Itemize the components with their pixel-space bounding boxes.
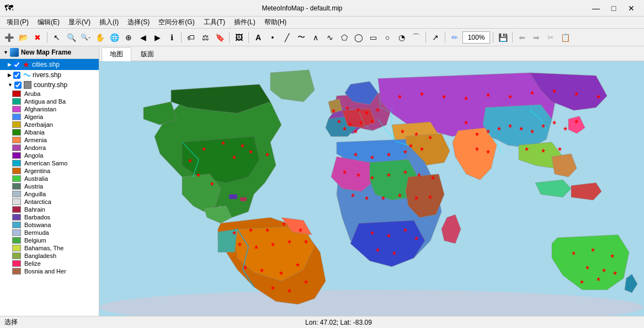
pen-button[interactable]: ✏ — [448, 31, 461, 44]
svg-text:★: ★ — [281, 221, 286, 227]
country-name-label: Andorra — [24, 144, 46, 151]
country-checkbox[interactable] — [14, 82, 22, 89]
svg-text:★: ★ — [243, 265, 248, 271]
world-map-svg: ★ ★ ★ ★ ★ ★ ★ ★ ★ ★ ★ ★ ★ ★ ★ — [99, 61, 644, 316]
country-list-item: Belgium — [0, 236, 99, 244]
zoom-full-button[interactable]: ⊕ — [122, 31, 135, 44]
text-button[interactable]: A — [252, 31, 265, 44]
svg-text:★: ★ — [563, 126, 568, 132]
menu-insert[interactable]: 插入(I) — [95, 17, 123, 28]
smooth-button[interactable]: ∿ — [323, 31, 337, 44]
line-button[interactable]: ╱ — [280, 31, 294, 44]
image-button[interactable]: 🖼 — [232, 31, 246, 44]
close-file-button[interactable]: ✖ — [31, 31, 44, 44]
expand-country[interactable]: ▼ — [8, 82, 13, 88]
polyline-button[interactable]: ∧ — [309, 31, 322, 44]
cities-checkbox[interactable] — [13, 61, 20, 68]
svg-text:★: ★ — [414, 235, 419, 241]
svg-text:★: ★ — [602, 267, 606, 273]
country-color-swatch — [12, 260, 21, 267]
country-name-label: Bahrain — [24, 206, 45, 213]
svg-text:★: ★ — [557, 146, 562, 152]
undo-button[interactable]: ⬅ — [515, 31, 529, 44]
left-panel: ▼ New Map Frame ▶ ★ cities.shp ▶ rivers.… — [0, 46, 99, 316]
country-name-label: American Samo — [24, 160, 67, 166]
country-name-label: Antarctica — [24, 198, 51, 205]
svg-text:★: ★ — [408, 143, 413, 149]
polygon-button[interactable]: ⬠ — [338, 31, 351, 44]
zoom-in-button[interactable]: 🔍 — [65, 31, 78, 44]
cities-label: cities.shp — [32, 61, 60, 68]
svg-text:★: ★ — [519, 126, 524, 132]
zoom-prev-button[interactable]: ◀ — [136, 31, 150, 44]
ellipse-button[interactable]: ◯ — [352, 31, 365, 44]
country-list-item: Anguilla — [0, 190, 99, 198]
rivers-checkbox[interactable] — [13, 72, 20, 79]
country-color-swatch — [12, 198, 21, 205]
country-list-item: Antigua and Ba — [0, 98, 99, 105]
svg-text:★: ★ — [232, 230, 237, 236]
svg-text:★: ★ — [254, 244, 259, 250]
svg-text:★: ★ — [596, 94, 601, 100]
menu-help[interactable]: 帮助(H) — [260, 17, 291, 28]
tag-button[interactable]: 🔖 — [213, 31, 226, 44]
country-list-item: Belize — [0, 260, 99, 267]
country-name-label: Belize — [24, 260, 41, 267]
close-button[interactable]: ✕ — [623, 3, 640, 14]
menu-spatial[interactable]: 空间分析(G) — [154, 17, 199, 28]
pan-button[interactable]: ✋ — [93, 31, 107, 44]
country-layer-item[interactable]: ▼ country.shp — [0, 80, 99, 90]
dot-button[interactable]: • — [266, 31, 279, 44]
country-name-label: Antigua and Ba — [24, 98, 66, 105]
menu-plugins[interactable]: 插件(L) — [230, 17, 260, 28]
maximize-button[interactable]: □ — [605, 3, 622, 14]
sep3 — [229, 32, 230, 43]
copy-button[interactable]: 📋 — [558, 31, 572, 44]
wedge-button[interactable]: ◔ — [395, 31, 408, 44]
rect-button[interactable]: ▭ — [366, 31, 380, 44]
arrow-button[interactable]: ↗ — [429, 31, 442, 44]
expand-rivers[interactable]: ▶ — [8, 72, 12, 78]
save-button[interactable]: 💾 — [496, 31, 509, 44]
svg-text:★: ★ — [381, 195, 386, 201]
zoom-next-button[interactable]: ▶ — [151, 31, 164, 44]
minimize-button[interactable]: — — [588, 3, 604, 14]
country-color-swatch — [12, 229, 21, 236]
country-list-item: Armenia — [0, 136, 99, 144]
redo-button[interactable]: ➡ — [530, 31, 543, 44]
globe-button[interactable]: 🌐 — [108, 31, 121, 44]
curve-button[interactable]: 〜 — [295, 31, 308, 44]
open-button[interactable]: 📂 — [17, 31, 30, 44]
svg-text:★: ★ — [364, 195, 369, 201]
menu-tools[interactable]: 工具(T) — [199, 17, 230, 28]
circle-button[interactable]: ○ — [381, 31, 394, 44]
rivers-layer-item[interactable]: ▶ rivers.shp — [0, 70, 99, 80]
svg-text:★: ★ — [508, 123, 513, 129]
svg-text:★: ★ — [221, 140, 226, 146]
scale-button[interactable]: ⚖ — [199, 31, 212, 44]
menu-edit[interactable]: 编辑(E) — [33, 17, 64, 28]
menu-view[interactable]: 显示(V) — [64, 17, 95, 28]
select-button[interactable]: ↖ — [50, 31, 63, 44]
info-button[interactable]: ℹ — [165, 31, 178, 44]
zoom-input[interactable] — [462, 31, 490, 44]
cut-button[interactable]: ✂ — [544, 31, 557, 44]
tab-map[interactable]: 地图 — [102, 47, 131, 61]
map-canvas[interactable]: ★ ★ ★ ★ ★ ★ ★ ★ ★ ★ ★ ★ ★ ★ ★ — [99, 61, 644, 316]
country-list-item: Azerbaijan — [0, 121, 99, 128]
expand-cities[interactable]: ▶ — [8, 62, 12, 67]
tab-layout[interactable]: 版面 — [132, 47, 162, 61]
menu-select[interactable]: 选择(S) — [123, 17, 154, 28]
menu-project[interactable]: 项目(P) — [2, 17, 33, 28]
zoom-out-button[interactable]: 🔍- — [79, 31, 92, 44]
cities-layer-item[interactable]: ▶ ★ cities.shp — [0, 59, 99, 70]
new-button[interactable]: ➕ — [2, 31, 15, 44]
country-name-label: Angola — [24, 152, 43, 159]
svg-text:★: ★ — [386, 233, 391, 239]
expand-icon[interactable]: ▼ — [3, 50, 8, 55]
arc-button[interactable]: ⌒ — [409, 31, 423, 44]
sep7 — [493, 32, 493, 43]
label-button[interactable]: 🏷 — [184, 31, 198, 44]
country-name-label: Bahamas, The — [24, 245, 63, 251]
country-name-label: Australia — [24, 175, 48, 182]
